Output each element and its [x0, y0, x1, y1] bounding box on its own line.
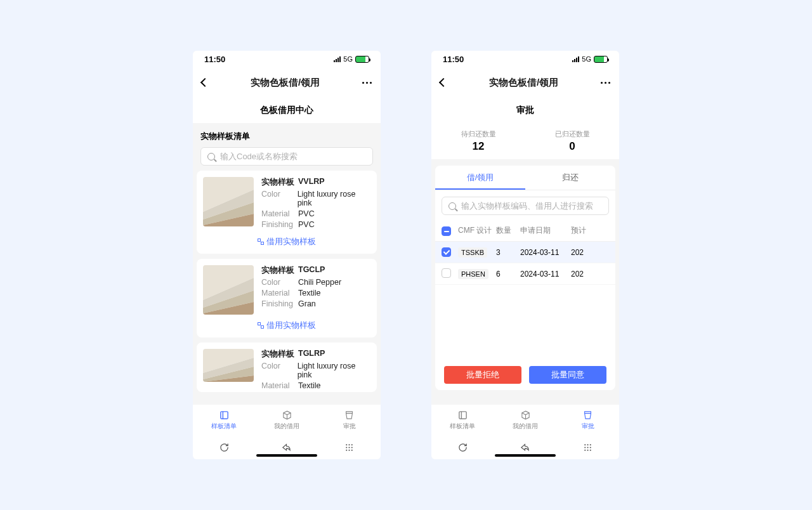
phone-approval-screen: 11:50 5G 实物色板借/领用 审批 待归还数量 12 已归还数量 0 借/…: [431, 51, 619, 459]
field-value-color: Light luxury rose pink: [298, 362, 370, 379]
table-row[interactable]: PHSEN 6 2024-03-11 202: [435, 263, 615, 285]
home-indicator: [256, 454, 317, 457]
field-label-material: Material: [261, 381, 298, 390]
nav-title: 实物色板借/领用: [251, 77, 320, 89]
qr-icon: [258, 322, 264, 329]
svg-point-27: [590, 444, 591, 445]
svg-point-25: [584, 444, 586, 445]
search-input[interactable]: [220, 152, 366, 161]
borrow-action[interactable]: 借用实物样板: [203, 236, 370, 247]
approval-search-box[interactable]: [442, 197, 609, 215]
tab-list[interactable]: 样板清单: [431, 405, 494, 435]
field-value-code: TGLRP: [298, 349, 325, 360]
table-row[interactable]: TSSKB 3 2024-03-11 202: [435, 242, 615, 263]
col-header-design: CMF 设计: [458, 225, 496, 236]
borrow-action[interactable]: 借用实物样板: [203, 320, 370, 331]
tab-mine[interactable]: 我的借用: [256, 405, 318, 435]
field-label-finishing: Finishing: [261, 299, 298, 308]
tab-list[interactable]: 样板清单: [193, 405, 256, 435]
refresh-icon[interactable]: [457, 442, 468, 453]
network-label: 5G: [343, 55, 353, 63]
svg-point-16: [351, 444, 353, 445]
col-header-expect: 预计: [571, 225, 609, 236]
table-header: CMF 设计 数量 申请日期 预计: [435, 220, 615, 242]
phone-list-screen: 11:50 5G 实物色板借/领用 色板借用中心 实物样板清单 实物样板VVLR…: [193, 51, 381, 459]
svg-point-33: [590, 449, 591, 450]
tabbar: 样板清单 我的借用 审批: [193, 405, 381, 435]
stat-returned: 已归还数量 0: [525, 129, 619, 153]
svg-point-29: [587, 447, 589, 448]
approval-search-input[interactable]: [461, 201, 602, 211]
batch-action-bar: 批量拒绝 批量同意: [444, 366, 606, 384]
status-time: 11:50: [204, 55, 225, 64]
field-value-finishing: PVC: [298, 220, 315, 229]
svg-point-15: [349, 444, 350, 445]
tab-mine[interactable]: 我的借用: [494, 405, 557, 435]
batch-approve-button[interactable]: 批量同意: [529, 366, 606, 384]
field-value-color: Light luxury rose pink: [298, 190, 370, 207]
tab-borrow[interactable]: 借/领用: [435, 166, 525, 190]
svg-rect-13: [222, 411, 223, 418]
refresh-icon[interactable]: [219, 442, 230, 453]
select-all-checkbox[interactable]: [442, 226, 451, 236]
field-label-material: Material: [261, 289, 298, 298]
field-value-code: TGCLP: [298, 265, 325, 276]
field-label-code: 实物样板: [261, 265, 298, 276]
field-value-material: PVC: [298, 209, 315, 218]
field-label-material: Material: [261, 209, 298, 218]
sample-thumbnail: [203, 177, 254, 226]
tab-mine-label: 我的借用: [513, 422, 538, 431]
row-expect: 202: [571, 270, 609, 278]
approval-content: 借/领用 归还 CMF 设计 数量 申请日期 预计 TSSKB 3: [431, 159, 619, 405]
list-content: 实物样板清单 实物样板VVLRP ColorLight luxury rose …: [193, 123, 381, 405]
row-checkbox[interactable]: [442, 247, 451, 257]
svg-rect-24: [461, 411, 461, 418]
back-button[interactable]: [440, 79, 447, 86]
svg-point-19: [351, 447, 353, 448]
svg-point-21: [349, 449, 350, 450]
tab-list-label: 样板清单: [211, 422, 237, 431]
row-design-chip: TSSKB: [458, 247, 487, 258]
grid-icon[interactable]: [344, 442, 355, 453]
signal-icon: [334, 56, 341, 62]
sample-thumbnail: [203, 265, 254, 315]
svg-point-18: [349, 447, 350, 448]
sample-card[interactable]: 实物样板TGLRP ColorLight luxury rose pink Ma…: [197, 343, 377, 392]
field-label-color: Color: [261, 190, 298, 207]
row-date: 2024-03-11: [520, 270, 571, 278]
sample-thumbnail: [203, 349, 254, 382]
svg-rect-23: [459, 411, 466, 418]
search-box[interactable]: [200, 147, 373, 166]
svg-point-30: [590, 447, 591, 448]
stat-returned-label: 已归还数量: [525, 129, 619, 139]
tabbar: 样板清单 我的借用 审批: [431, 405, 619, 435]
more-button[interactable]: [362, 82, 372, 84]
svg-point-31: [584, 449, 586, 450]
more-button[interactable]: [601, 82, 610, 84]
sample-card[interactable]: 实物样板VVLRP ColorLight luxury rose pink Ma…: [197, 171, 377, 254]
battery-icon: [594, 56, 608, 63]
back-button[interactable]: [202, 79, 208, 86]
tab-return[interactable]: 归还: [525, 166, 615, 190]
tab-approval[interactable]: 审批: [318, 405, 381, 435]
row-qty: 6: [496, 270, 520, 278]
field-value-material: Textile: [298, 289, 320, 298]
sample-card[interactable]: 实物样板TGCLP ColorChili Pepper MaterialText…: [197, 259, 377, 337]
row-checkbox[interactable]: [442, 268, 451, 278]
tab-approval[interactable]: 审批: [556, 405, 619, 435]
share-icon[interactable]: [520, 442, 530, 453]
approval-tabs: 借/领用 归还: [435, 166, 615, 190]
approval-icon: [344, 410, 355, 421]
list-icon: [219, 410, 230, 421]
chevron-left-icon: [200, 78, 209, 87]
stat-returned-value: 0: [525, 140, 619, 153]
svg-point-28: [584, 447, 586, 448]
batch-reject-button[interactable]: 批量拒绝: [444, 366, 521, 384]
svg-rect-12: [221, 411, 228, 418]
field-label-code: 实物样板: [261, 349, 298, 360]
grid-icon[interactable]: [582, 442, 593, 453]
status-bar: 11:50 5G: [193, 51, 381, 67]
status-time: 11:50: [443, 55, 464, 64]
share-icon[interactable]: [281, 442, 292, 453]
stat-pending-value: 12: [431, 140, 525, 153]
